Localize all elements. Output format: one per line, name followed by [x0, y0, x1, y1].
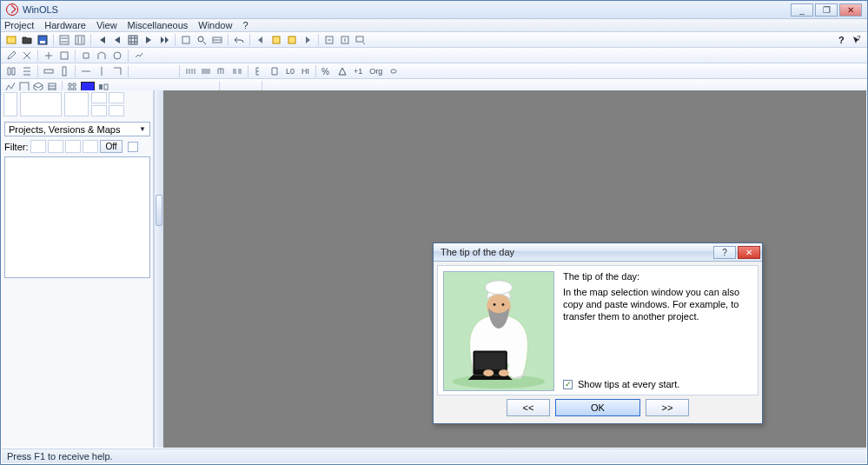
data-icon-4[interactable]	[57, 64, 71, 78]
plus1-icon[interactable]: +1	[351, 64, 365, 78]
svg-point-27	[485, 281, 513, 295]
percent-icon[interactable]: %	[320, 64, 334, 78]
menu-window[interactable]: Window	[198, 20, 232, 30]
filter-off-button[interactable]: Off	[100, 140, 123, 153]
toolbar-icon-6[interactable]	[338, 33, 352, 47]
dialog-close-button[interactable]: ✕	[738, 246, 760, 259]
hilo-icon[interactable]: HI	[299, 64, 312, 78]
edit-icon-7[interactable]	[110, 49, 124, 63]
lohi-icon[interactable]: L0	[283, 64, 297, 78]
show-tips-checkbox[interactable]: ✓	[563, 380, 573, 389]
toolbar-icon-3[interactable]	[179, 33, 193, 47]
open-icon[interactable]	[20, 33, 34, 47]
thumb-3[interactable]	[64, 92, 89, 116]
undo-icon[interactable]	[232, 33, 246, 47]
edit-icon-2[interactable]	[20, 49, 34, 63]
statusbar-text: Press F1 to receive help.	[7, 451, 113, 462]
next-tip-button[interactable]: >>	[646, 399, 689, 416]
toolbar-data: L0 HI % +1 Org	[1, 63, 867, 79]
edit-icon-5[interactable]	[79, 49, 93, 63]
menu-miscellaneous[interactable]: Miscellaneous	[128, 20, 189, 30]
new-project-icon[interactable]	[4, 33, 18, 47]
project-tree[interactable]	[4, 156, 150, 278]
menu-project[interactable]: Project	[4, 20, 34, 30]
save-icon[interactable]	[36, 33, 50, 47]
menu-help[interactable]: ?	[242, 20, 248, 30]
svg-rect-22	[49, 83, 56, 90]
dialog-titlebar[interactable]: The tip of the day ? ✕	[434, 243, 762, 262]
svg-rect-4	[76, 36, 84, 44]
projects-combo[interactable]: Projects, Versions & Maps ▼	[4, 122, 150, 136]
play-icon[interactable]	[142, 33, 156, 47]
fast-icon[interactable]	[157, 33, 171, 47]
grid-icon[interactable]	[126, 33, 140, 47]
data-icon-5[interactable]	[79, 64, 93, 78]
scrollbar-thumb[interactable]	[156, 195, 162, 226]
toolbar-dropdown-icon[interactable]	[354, 33, 368, 47]
ok-button[interactable]: OK	[555, 399, 640, 416]
svg-rect-2	[40, 41, 45, 43]
toolbar-icon-5[interactable]	[322, 33, 336, 47]
data-icon-2[interactable]	[20, 64, 34, 78]
svg-rect-10	[288, 37, 295, 43]
show-tips-label: Show tips at every start.	[578, 379, 679, 389]
toolbar-icon-1[interactable]	[57, 33, 71, 47]
edit-icon-4[interactable]	[57, 49, 71, 63]
titlebar[interactable]: WinOLS _ ❐ ✕	[1, 1, 867, 19]
org-icon[interactable]: Org	[367, 64, 385, 78]
byte-icon-4[interactable]	[230, 64, 244, 78]
byte-icon-3[interactable]	[215, 64, 229, 78]
close-button[interactable]: ✕	[839, 3, 862, 17]
thumb-1[interactable]	[3, 92, 17, 116]
nav-next-icon[interactable]	[301, 33, 315, 47]
app-icon	[6, 3, 18, 16]
prev-icon[interactable]	[110, 33, 124, 47]
byte-icon-2[interactable]	[199, 64, 213, 78]
minimize-button[interactable]: _	[791, 3, 813, 17]
byte-icon-1[interactable]	[183, 64, 197, 78]
first-icon[interactable]	[95, 33, 109, 47]
help-pointer-icon[interactable]: ?	[834, 33, 848, 47]
dialog-help-button[interactable]: ?	[713, 246, 736, 259]
scale-icon-2[interactable]	[268, 64, 282, 78]
filter-slot-3[interactable]	[65, 140, 81, 153]
svg-rect-23	[99, 84, 103, 90]
toolbar-icon-4[interactable]	[210, 33, 224, 47]
dialog-buttons: << OK >>	[434, 399, 762, 423]
svg-text:%: %	[321, 67, 329, 76]
edit-icon-8[interactable]	[132, 49, 146, 63]
chevron-down-icon: ▼	[139, 125, 146, 133]
edit-icon-1[interactable]	[4, 49, 18, 63]
menu-hardware[interactable]: Hardware	[44, 20, 86, 30]
nav-prev-icon[interactable]	[254, 33, 268, 47]
svg-rect-13	[356, 37, 363, 42]
edit-icon-6[interactable]	[95, 49, 109, 63]
link-icon[interactable]	[387, 64, 401, 78]
menu-view[interactable]: View	[96, 20, 117, 30]
sidebar-scrollbar[interactable]	[154, 90, 163, 448]
prev-tip-button[interactable]: <<	[507, 399, 550, 416]
maximize-button[interactable]: ❐	[815, 3, 838, 17]
svg-point-28	[494, 303, 496, 306]
context-help-icon[interactable]: ?	[850, 33, 864, 47]
thumb-2[interactable]	[20, 92, 62, 116]
svg-rect-5	[129, 36, 137, 44]
filter-slot-4[interactable]	[83, 140, 98, 153]
marker-b-icon[interactable]	[285, 33, 299, 47]
delta-icon[interactable]	[335, 64, 349, 78]
data-icon-1[interactable]	[4, 64, 18, 78]
marker-a-icon[interactable]	[269, 33, 283, 47]
search-icon[interactable]	[195, 33, 209, 47]
svg-rect-16	[61, 52, 68, 59]
data-icon-6[interactable]	[95, 64, 109, 78]
svg-point-32	[483, 369, 494, 376]
filter-slot-1[interactable]	[30, 140, 46, 153]
toolbar-icon-2[interactable]	[73, 33, 87, 47]
edit-icon-3[interactable]	[42, 49, 56, 63]
data-icon-3[interactable]	[42, 64, 56, 78]
thumb-grid[interactable]	[91, 92, 124, 116]
scale-icon-1[interactable]	[252, 64, 266, 78]
filter-checkbox[interactable]	[128, 142, 138, 152]
data-icon-7[interactable]	[110, 64, 124, 78]
filter-slot-2[interactable]	[48, 140, 63, 153]
